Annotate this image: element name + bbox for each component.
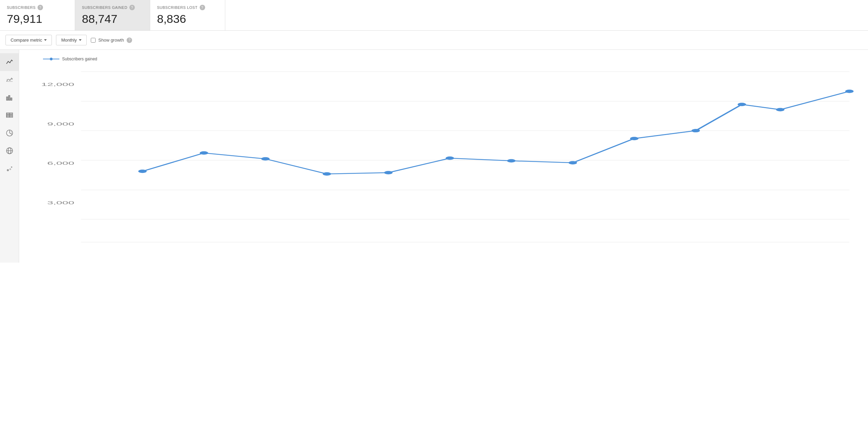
show-growth-checkbox[interactable] [91,38,96,43]
sidebar-item-bar-chart[interactable] [0,89,19,106]
toolbar: Compare metric Monthly Show growth ? [0,31,868,50]
metric-subscribers-gained[interactable]: SUBSCRIBERS GAINED ? 88,747 [75,0,150,30]
show-growth-toggle[interactable]: Show growth ? [91,38,132,43]
metrics-bar: SUBSCRIBERS ? 79,911 SUBSCRIBERS GAINED … [0,0,868,31]
subscribers-value: 79,911 [7,12,65,26]
chart-point-11[interactable] [776,108,784,112]
chart-legend: Subscribers gained [43,57,858,61]
svg-rect-2 [6,97,8,100]
chart-point-3[interactable] [323,172,331,176]
chart-point-2[interactable] [261,157,269,161]
monthly-label: Monthly [61,38,77,43]
chart-point-12[interactable] [845,90,853,93]
subscribers-lost-value: 8,836 [157,12,215,26]
compare-metric-chevron-icon [44,39,47,41]
monthly-chevron-icon [79,39,82,41]
legend-dot [50,58,53,60]
svg-point-18 [11,166,12,168]
compare-metric-label: Compare metric [11,38,42,43]
subscribers-gained-label: SUBSCRIBERS GAINED [82,5,127,10]
sidebar-item-area-chart[interactable] [0,71,19,89]
y-label-12000: 12,000 [41,82,74,87]
sidebar-item-geo-chart[interactable] [0,142,19,160]
metric-subscribers[interactable]: SUBSCRIBERS ? 79,911 [0,0,75,30]
main-area: Subscribers gained 12 [0,50,868,263]
sidebar-item-line-chart[interactable] [0,53,19,71]
chart-point-10[interactable] [738,103,746,106]
subscribers-gained-value: 88,747 [82,12,140,26]
subscribers-lost-help-icon[interactable]: ? [200,5,205,10]
svg-rect-3 [9,95,10,100]
y-label-9000: 9,000 [47,121,74,126]
svg-rect-4 [11,98,12,100]
compare-metric-button[interactable]: Compare metric [5,35,52,45]
chart-point-7[interactable] [569,161,577,164]
chart-point-4[interactable] [384,171,393,174]
sidebar-item-table[interactable] [0,106,19,124]
chart-container: 12,000 9,000 6,000 3,000 [23,65,858,256]
y-label-6000: 6,000 [47,161,74,165]
svg-point-16 [7,169,9,171]
legend-label: Subscribers gained [62,57,97,61]
subscribers-help-icon[interactable]: ? [38,5,43,10]
sidebar-item-scatter-chart[interactable] [0,160,19,177]
chart-point-6[interactable] [507,159,515,163]
metric-subscribers-lost[interactable]: SUBSCRIBERS LOST ? 8,836 [150,0,225,30]
chart-point-0[interactable] [138,169,146,173]
legend-line-subscribers-gained [43,58,59,60]
subscribers-lost-label: SUBSCRIBERS LOST [157,5,198,10]
show-growth-help-icon[interactable]: ? [127,38,132,43]
subscribers-gained-help-icon[interactable]: ? [129,5,135,10]
sidebar-item-pie-chart[interactable] [0,124,19,142]
monthly-button[interactable]: Monthly [56,35,87,45]
subscribers-label: SUBSCRIBERS [7,5,35,10]
chart-point-9[interactable] [692,129,700,132]
chart-point-8[interactable] [630,137,638,140]
chart-point-5[interactable] [446,157,454,160]
svg-point-17 [9,168,11,170]
chart-area: Subscribers gained 12 [19,50,868,263]
legend-line-segment2 [53,59,59,59]
legend-line-segment [43,59,50,59]
sidebar [0,50,19,263]
y-label-3000: 3,000 [47,200,74,205]
show-growth-label: Show growth [98,38,124,43]
chart-svg: 12,000 9,000 6,000 3,000 [23,65,858,256]
chart-point-1[interactable] [200,151,208,155]
